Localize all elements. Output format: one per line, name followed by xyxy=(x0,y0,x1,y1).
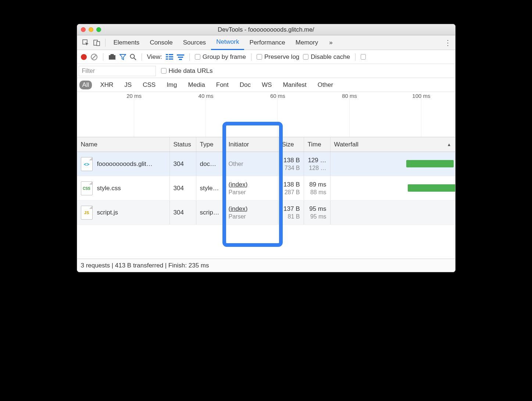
svg-marker-6 xyxy=(110,54,114,55)
col-size[interactable]: Size xyxy=(278,137,304,152)
svg-line-8 xyxy=(134,58,136,60)
file-type-icon xyxy=(81,181,93,195)
svg-rect-17 xyxy=(179,59,182,60)
type-filter-ws[interactable]: WS xyxy=(259,81,275,89)
record-button[interactable] xyxy=(81,54,87,60)
filter-input[interactable] xyxy=(79,66,156,76)
requests-table: Name Status Type Initiator Size Time Wat… xyxy=(77,137,455,259)
table-row[interactable]: style.css304style…(index)Parser138 B287 … xyxy=(77,176,455,200)
titlebar[interactable]: DevTools - fooooooooods.glitch.me/ xyxy=(77,24,455,35)
filter-bar: Hide data URLs xyxy=(77,64,455,78)
preserve-log-checkbox[interactable]: Preserve log xyxy=(257,53,299,61)
cell-initiator: (index)Parser xyxy=(225,176,278,200)
network-toolbar: View: Group by frame Preserve log Disabl… xyxy=(77,50,455,64)
col-waterfall[interactable]: Waterfall xyxy=(331,137,455,152)
disable-cache-checkbox[interactable]: Disable cache xyxy=(303,53,350,61)
col-name[interactable]: Name xyxy=(77,137,170,152)
overview-icon[interactable] xyxy=(177,54,184,60)
timeline-overview[interactable]: 20 ms40 ms60 ms80 ms100 ms xyxy=(77,92,455,137)
resource-type-filters: AllXHRJSCSSImgMediaFontDocWSManifestOthe… xyxy=(77,78,455,92)
svg-rect-10 xyxy=(169,54,173,55)
cell-waterfall xyxy=(331,176,455,200)
cell-status: 304 xyxy=(170,152,196,176)
svg-rect-9 xyxy=(166,54,168,55)
svg-line-4 xyxy=(92,55,96,59)
table-row[interactable]: script.js304scrip…(index)Parser137 B81 B… xyxy=(77,200,455,225)
filter-icon[interactable] xyxy=(119,54,126,60)
timeline-tick: 40 ms xyxy=(206,92,206,137)
more-tabs-button[interactable]: » xyxy=(326,39,335,46)
cell-size: 137 B81 B xyxy=(278,200,304,224)
cell-time: 95 ms95 ms xyxy=(304,200,331,224)
cell-status: 304 xyxy=(170,200,196,224)
clear-button[interactable] xyxy=(90,53,98,61)
group-by-frame-checkbox[interactable]: Group by frame xyxy=(195,53,246,61)
cell-waterfall xyxy=(331,152,455,176)
svg-rect-15 xyxy=(177,54,184,56)
svg-point-7 xyxy=(130,54,134,58)
svg-rect-13 xyxy=(166,58,168,60)
col-status[interactable]: Status xyxy=(170,137,196,152)
type-filter-css[interactable]: CSS xyxy=(140,81,158,89)
cell-name: style.css xyxy=(77,176,170,200)
cell-initiator: Other xyxy=(225,152,278,176)
col-initiator[interactable]: Initiator xyxy=(225,137,278,152)
capture-screenshots-icon[interactable] xyxy=(108,54,116,60)
type-filter-img[interactable]: Img xyxy=(164,81,180,89)
inspect-element-icon[interactable] xyxy=(80,37,91,48)
panel-tabs: ElementsConsoleSourcesNetworkPerformance… xyxy=(77,35,455,50)
type-filter-media[interactable]: Media xyxy=(185,81,208,89)
timeline-tick: 20 ms xyxy=(134,92,134,137)
large-rows-icon[interactable] xyxy=(166,54,173,60)
cell-status: 304 xyxy=(170,176,196,200)
tab-network[interactable]: Network xyxy=(211,35,244,50)
maximize-window-button[interactable] xyxy=(96,27,101,32)
svg-rect-5 xyxy=(109,55,115,60)
tab-sources[interactable]: Sources xyxy=(178,35,211,50)
cell-size: 138 B734 B xyxy=(278,152,304,176)
view-label: View: xyxy=(147,53,162,61)
type-filter-js[interactable]: JS xyxy=(121,81,135,89)
tab-performance[interactable]: Performance xyxy=(244,35,290,50)
col-time[interactable]: Time xyxy=(304,137,331,152)
offline-checkbox[interactable] xyxy=(361,54,366,60)
type-filter-doc[interactable]: Doc xyxy=(237,81,254,89)
type-filter-xhr[interactable]: XHR xyxy=(97,81,116,89)
cell-type: doc… xyxy=(196,152,225,176)
file-type-icon xyxy=(81,206,93,220)
file-type-icon xyxy=(81,157,93,171)
devtools-window: DevTools - fooooooooods.glitch.me/ Eleme… xyxy=(77,24,456,272)
cell-name: fooooooooods.glit… xyxy=(77,152,170,176)
minimize-window-button[interactable] xyxy=(89,27,93,32)
tab-console[interactable]: Console xyxy=(144,35,178,50)
type-filter-manifest[interactable]: Manifest xyxy=(280,81,309,89)
summary-bar: 3 requests | 413 B transferred | Finish:… xyxy=(77,259,455,272)
cell-time: 89 ms88 ms xyxy=(304,176,331,200)
table-header[interactable]: Name Status Type Initiator Size Time Wat… xyxy=(77,137,455,152)
close-window-button[interactable] xyxy=(81,27,86,32)
svg-rect-12 xyxy=(169,56,173,57)
settings-menu-icon[interactable]: ⋮ xyxy=(443,38,452,47)
cell-type: scrip… xyxy=(196,200,225,224)
col-type[interactable]: Type xyxy=(196,137,225,152)
initiator-link[interactable]: (index) xyxy=(229,205,248,213)
search-icon[interactable] xyxy=(130,54,136,60)
svg-rect-16 xyxy=(178,57,183,58)
svg-rect-14 xyxy=(169,58,173,60)
timeline-tick: 80 ms xyxy=(349,92,350,137)
type-filter-font[interactable]: Font xyxy=(213,81,232,89)
type-filter-all[interactable]: All xyxy=(79,81,92,89)
cell-time: 129 …128 … xyxy=(304,152,331,176)
tab-memory[interactable]: Memory xyxy=(290,35,323,50)
initiator-link[interactable]: (index) xyxy=(229,181,248,188)
cell-size: 138 B287 B xyxy=(278,176,304,200)
device-toolbar-icon[interactable] xyxy=(91,37,102,48)
cell-name: script.js xyxy=(77,200,170,224)
tab-elements[interactable]: Elements xyxy=(108,35,145,50)
svg-rect-2 xyxy=(97,42,100,46)
timeline-tick: 60 ms xyxy=(277,92,278,137)
cell-type: style… xyxy=(196,176,225,200)
hide-data-urls-checkbox[interactable]: Hide data URLs xyxy=(161,67,213,75)
table-row[interactable]: fooooooooods.glit…304doc…Other138 B734 B… xyxy=(77,152,455,176)
type-filter-other[interactable]: Other xyxy=(315,81,336,89)
